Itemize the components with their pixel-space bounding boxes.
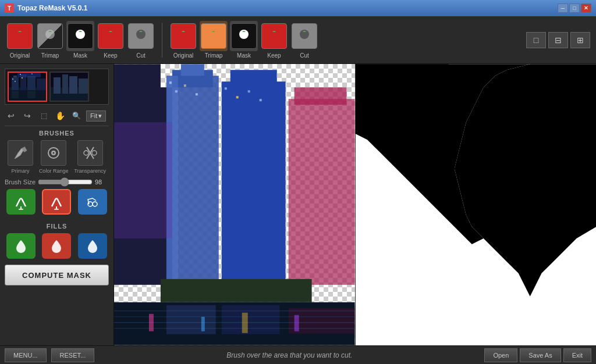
fit-arrow-icon: ▾ [98,112,102,120]
primary-brush-label: Primary [11,168,29,174]
select-button[interactable]: ⬚ [37,109,50,122]
svg-rect-67 [166,305,216,334]
detail-brush-button[interactable] [78,189,107,215]
transparency-brush-icon [77,140,103,166]
keep-brush-button[interactable] [6,189,36,215]
keep-right-label: Keep [267,52,281,59]
mask-right-label: Mask [237,52,251,59]
toolbar-keep-left[interactable]: Keep [97,21,125,59]
cut-left-icon [128,23,154,49]
svg-rect-56 [169,81,172,84]
svg-point-25 [31,73,33,74]
svg-point-38 [84,151,88,155]
pan-button[interactable]: ✋ [54,109,66,122]
brush-size-value: 98 [95,179,109,185]
titlebar: T Topaz ReMask V5.0.1 ─ □ ✕ [0,0,596,16]
fit-button[interactable]: Fit ▾ [86,110,106,122]
brush-size-label: Brush Size [5,179,36,185]
original-left-label: Original [10,52,30,59]
svg-rect-62 [248,90,250,92]
keep-left-icon [98,23,123,49]
transparency-brush-tool[interactable]: Transparency [74,140,106,174]
right-canvas-svg [356,64,597,345]
canvas-area[interactable] [114,64,596,345]
undo-button[interactable]: ↩ [5,109,17,122]
svg-rect-19 [22,77,23,78]
maximize-button[interactable]: □ [569,3,580,13]
primary-brush-tool[interactable]: Primary [8,140,33,174]
fill-cut-button[interactable] [42,233,71,259]
toolbar-original-right[interactable]: Original [169,21,197,59]
left-panel: ↩ ↪ ⬚ ✋ 🔍 Fit ▾ BRUSHES [0,64,114,345]
thumbnail-1[interactable] [8,72,47,102]
exit-button[interactable]: Exit [563,348,591,362]
svg-rect-53 [230,70,277,87]
svg-rect-47 [114,64,161,110]
brush-size-container: Brush Size 98 [5,177,109,187]
svg-rect-17 [12,78,13,80]
left-canvas-svg [114,64,355,345]
mask-right-icon [231,23,257,49]
window-title: Topaz ReMask V5.0.1 [17,4,88,12]
fill-keep-button[interactable] [6,233,36,259]
fills-title: FILLS [5,223,109,230]
quad-view-button[interactable]: ⊞ [570,32,590,48]
open-button[interactable]: Open [484,348,517,362]
single-view-button[interactable]: □ [526,32,546,48]
svg-rect-74 [149,314,154,331]
color-range-brush-label: Color Range [39,168,69,174]
color-range-brush-tool[interactable]: Color Range [39,140,69,174]
zoom-button[interactable]: 🔍 [70,109,83,122]
toolbar-trimap-right[interactable]: Trimap [200,21,228,59]
minimize-button[interactable]: ─ [558,3,568,13]
svg-rect-50 [181,64,204,76]
fill-detail-button[interactable] [78,233,107,259]
keep-left-label: Keep [104,52,117,59]
left-canvas[interactable] [114,64,356,345]
cut-right-icon [292,23,317,49]
svg-rect-59 [196,93,198,95]
menu-button[interactable]: MENU... [5,348,47,362]
svg-rect-31 [79,78,88,94]
toolbar-cut-left[interactable]: Cut [127,21,155,59]
redo-button[interactable]: ↪ [21,109,34,122]
toolbar-mask-left[interactable]: Mask [66,21,94,59]
brush-size-slider[interactable] [38,177,93,187]
toolbar-original-left[interactable]: Original [6,21,34,59]
svg-rect-54 [289,99,355,285]
mask-left-label: Mask [73,52,87,59]
svg-rect-21 [12,91,19,98]
svg-rect-60 [225,87,227,90]
svg-rect-76 [242,313,248,333]
titlebar-controls[interactable]: ─ □ ✕ [558,3,591,13]
svg-rect-65 [161,279,312,302]
close-button[interactable]: ✕ [581,3,591,13]
transparency-brush-label: Transparency [74,168,106,174]
toolbar-trimap-left[interactable]: Trimap [36,21,64,59]
thumbnail-strip [5,69,109,105]
save-as-button[interactable]: Save As [520,348,560,362]
svg-rect-13 [13,76,17,77]
right-canvas[interactable] [356,64,597,345]
reset-button[interactable]: RESET... [51,348,95,362]
left-view-group: Original Trimap Mask [6,21,155,59]
titlebar-left: T Topaz ReMask V5.0.1 [5,3,88,13]
toolbar-keep-right[interactable]: Keep [260,21,288,59]
fill-buttons [5,233,109,259]
svg-rect-64 [114,122,172,238]
toolbar-separator-1 [162,23,162,58]
brush-tools: Primary Color Range [5,140,109,174]
dual-view-button[interactable]: ⊟ [548,32,568,48]
toolbar-mask-right[interactable]: Mask [230,21,258,59]
thumbnail-2[interactable] [49,72,89,102]
toolbar-cut-right[interactable]: Cut [290,21,318,59]
status-right-buttons: Open Save As Exit [484,348,591,362]
compute-mask-button[interactable]: COMPUTE MASK [5,265,109,286]
svg-point-35 [53,152,55,154]
svg-rect-68 [222,305,280,334]
svg-rect-57 [175,90,178,92]
status-hint: Brush over the area that you want to cut… [99,351,480,359]
fills-section: FILLS [5,223,109,259]
cut-brush-button[interactable] [42,189,71,215]
nav-bar: ↩ ↪ ⬚ ✋ 🔍 Fit ▾ [5,108,109,126]
